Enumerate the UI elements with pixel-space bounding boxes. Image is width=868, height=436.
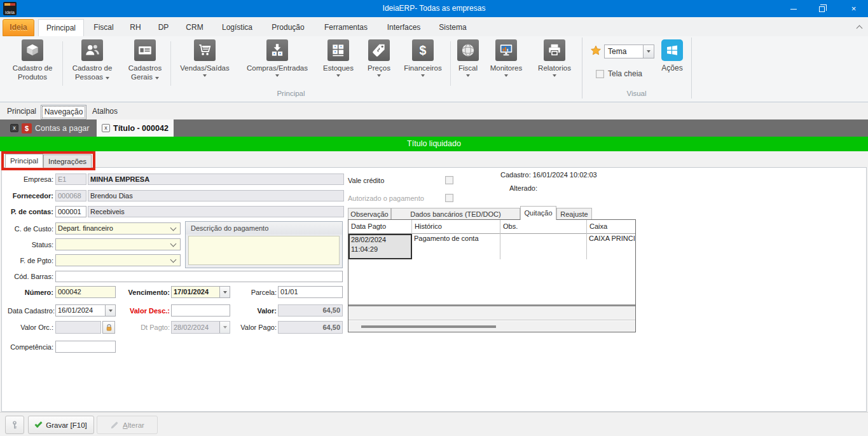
product-box-icon — [22, 39, 43, 61]
key-button[interactable] — [5, 416, 24, 434]
ribbon-tab-logistica[interactable]: Logística — [215, 19, 259, 36]
precos-button[interactable]: Preços — [361, 39, 397, 89]
doc-tab-contas-a-pagar[interactable]: x $ Contas a pagar — [5, 119, 94, 137]
c-de-custo-combobox[interactable]: Depart. financeiro — [55, 222, 181, 235]
cell-obs[interactable] — [500, 234, 587, 259]
cadastros-gerais-button[interactable]: Cadastros Gerais — [121, 39, 169, 89]
acoes-button[interactable]: Ações — [658, 39, 687, 73]
cell-data-pagto[interactable]: 28/02/2024 11:04:29 — [348, 234, 412, 259]
tab-dados-bancarios[interactable]: Dados bancários (TED/DOC) — [391, 208, 520, 220]
empresa-name-field: MINHA EMPRESA — [88, 174, 344, 185]
ribbon-tab-strip: Ideia Principal Fiscal RH DP CRM Logísti… — [0, 17, 868, 36]
theme-combobox[interactable]: Tema — [604, 44, 644, 58]
tab-reajuste[interactable]: Reajuste — [556, 208, 592, 220]
alterar-button: Alterar — [97, 416, 158, 434]
scrollbar-thumb[interactable] — [361, 325, 496, 328]
grid-footer — [348, 306, 635, 320]
status-label: Status: — [3, 239, 53, 250]
ribbon-tab-ferramentas[interactable]: Ferramentas — [317, 19, 375, 36]
ribbon-tab-sistema[interactable]: Sistema — [432, 19, 473, 36]
collapse-ribbon-icon[interactable] — [857, 25, 862, 30]
ribbon-tab-rh[interactable]: RH — [123, 19, 148, 36]
horizontal-scrollbar[interactable] — [348, 321, 635, 332]
data-cadastro-date-input[interactable]: 16/01/2024 — [55, 304, 116, 317]
competencia-input[interactable] — [55, 341, 116, 353]
numero-input[interactable]: 000042 — [55, 286, 116, 298]
cell-historico[interactable]: Pagamento de conta — [412, 234, 500, 259]
check-icon — [35, 419, 43, 427]
nav-tab-navegacao[interactable]: Navegação — [41, 105, 86, 119]
relatorios-button[interactable]: Relatorios — [530, 39, 579, 89]
valor-pago-label: Valor Pago: — [228, 322, 277, 333]
empresa-label: Empresa: — [3, 174, 53, 185]
document-tab-bar: x $ Contas a pagar x Título - 000042 — [0, 119, 868, 137]
column-header-caixa[interactable]: Caixa — [587, 220, 635, 234]
vale-credito-label: Vale crédito — [348, 177, 384, 184]
alterado-timestamp: Alterado: — [509, 184, 537, 192]
ribbon-tab-producao[interactable]: Produção — [263, 19, 313, 36]
vendas-saidas-button[interactable]: Vendas/Saídas — [174, 39, 235, 89]
restore-button[interactable] — [808, 0, 836, 17]
status-combobox[interactable] — [55, 238, 181, 250]
data-cadastro-dropdown-button[interactable] — [105, 305, 115, 316]
cadastro-timestamp: Cadastro: 16/01/2024 10:02:03 — [500, 171, 597, 179]
dropdown-arrow-icon — [275, 74, 279, 77]
estoques-button[interactable]: Estoques — [318, 39, 359, 89]
vencimento-label: Vencimento: — [116, 287, 170, 298]
financeiros-button[interactable]: $ Financeiros — [399, 39, 446, 89]
vale-credito-checkbox[interactable] — [445, 176, 453, 184]
monitores-button[interactable]: Monitores — [485, 39, 528, 89]
chevron-down-icon — [170, 225, 177, 231]
close-tab-icon[interactable]: x — [10, 124, 18, 132]
compras-entradas-button[interactable]: Compras/Entradas — [240, 39, 314, 89]
theme-dropdown-button[interactable] — [644, 44, 654, 58]
ribbon-tab-fiscal[interactable]: Fiscal — [88, 19, 120, 36]
column-header-obs[interactable]: Obs. — [500, 220, 587, 234]
ribbon-tab-dp[interactable]: DP — [151, 19, 176, 36]
competencia-label: Competência: — [3, 341, 53, 353]
incoming-boxes-icon — [266, 39, 288, 61]
contas-a-pagar-dollar-icon: $ — [22, 123, 32, 133]
doc-tab-titulo-000042[interactable]: x Título - 000042 — [97, 119, 174, 137]
close-button[interactable]: × — [839, 0, 868, 17]
valor-label: Valor: — [228, 305, 277, 317]
f-de-pgto-combobox[interactable] — [55, 254, 181, 266]
dollar-icon: $ — [412, 39, 434, 61]
parcela-input[interactable]: 01/01 — [278, 286, 343, 298]
shelves-icon — [327, 39, 349, 61]
ideiaerp-window: { "window": { "title": "IdeiaERP- Todas … — [0, 0, 868, 436]
title-bar: ideia IdeiaERP- Todas as empresas × — [0, 0, 868, 17]
fornecedor-code-field: 000068 — [55, 190, 86, 201]
lock-icon[interactable] — [102, 321, 115, 334]
p-de-contas-code-input[interactable]: 000001 — [55, 206, 86, 217]
ribbon-tab-interfaces[interactable]: Interfaces — [379, 19, 429, 36]
nav-tab-atalhos[interactable]: Atalhos — [89, 105, 121, 119]
gravar-button[interactable]: Gravar [F10] — [28, 416, 94, 434]
descricao-pagamento-textarea[interactable] — [188, 236, 340, 265]
fullscreen-checkbox[interactable] — [596, 70, 604, 78]
numero-label: Número: — [3, 287, 53, 298]
tab-quitacao[interactable]: Quitação — [520, 206, 556, 220]
close-tab-icon[interactable]: x — [102, 124, 110, 132]
cadastro-produtos-button[interactable]: Cadastro de Produtos — [5, 39, 60, 89]
ideia-app-button[interactable]: Ideia — [3, 19, 34, 36]
valor-desc-label: Valor Desc.: — [116, 305, 170, 317]
column-header-historico[interactable]: Histórico — [412, 220, 500, 234]
fornecedor-label: Fornecedor: — [3, 190, 53, 201]
tab-observacao[interactable]: Observação — [348, 208, 391, 220]
descricao-pagamento-group: Descrição do pagamento — [185, 221, 343, 268]
cadastro-pessoas-button[interactable]: Cadastro de Pessoas — [65, 39, 120, 89]
valor-desc-input[interactable] — [171, 304, 230, 317]
fornecedor-name-field: Brendou Dias — [88, 190, 344, 201]
nav-tab-principal[interactable]: Principal — [4, 105, 39, 119]
cod-barras-input[interactable] — [55, 271, 343, 282]
valor-orc-field — [55, 321, 101, 334]
vencimento-date-input[interactable]: 17/01/2024 — [171, 286, 230, 298]
fiscal-button[interactable]: Fiscal — [454, 39, 482, 89]
ribbon-tab-principal[interactable]: Principal — [38, 19, 84, 36]
p-de-contas-label: P. de contas: — [3, 206, 53, 217]
minimize-button[interactable] — [779, 0, 808, 17]
ribbon-tab-crm[interactable]: CRM — [179, 19, 210, 36]
cell-caixa[interactable]: CAIXA PRINCIPAL — [587, 234, 635, 259]
column-header-data-pagto[interactable]: Data Pagto — [348, 220, 412, 234]
